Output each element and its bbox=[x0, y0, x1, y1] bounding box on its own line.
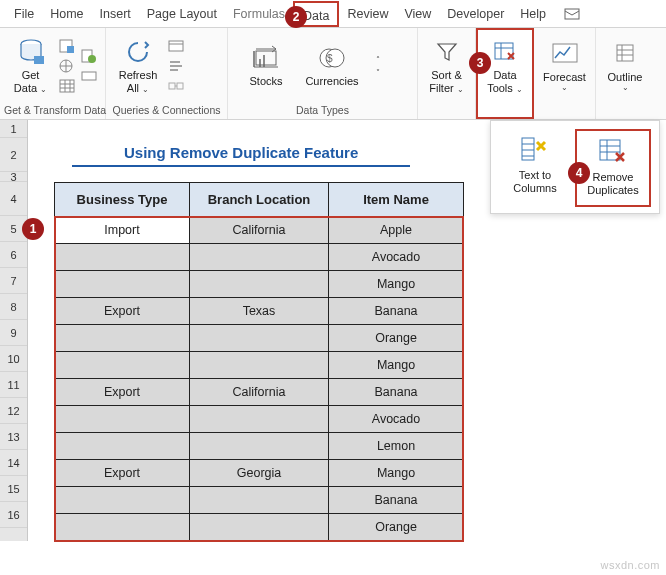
table-cell[interactable]: Banana bbox=[329, 379, 464, 406]
table-cell[interactable] bbox=[55, 514, 190, 541]
table-cell[interactable] bbox=[189, 514, 328, 541]
svg-rect-2 bbox=[34, 56, 44, 64]
tab-developer[interactable]: Developer bbox=[439, 1, 512, 27]
row-hdr-16[interactable]: 16 bbox=[0, 502, 27, 528]
from-text-icon[interactable] bbox=[57, 37, 77, 55]
tab-file[interactable]: File bbox=[6, 1, 42, 27]
table-cell[interactable] bbox=[55, 406, 190, 433]
queries-icon[interactable] bbox=[166, 37, 186, 55]
datatypes-expand[interactable]: ˄˅ bbox=[370, 55, 386, 77]
forecast-icon bbox=[552, 39, 578, 69]
table-cell[interactable]: Export bbox=[55, 298, 190, 325]
row-hdr-10[interactable]: 10 bbox=[0, 346, 27, 372]
forecast-chev: ⌄ bbox=[561, 83, 568, 92]
group-label-dt bbox=[478, 102, 532, 118]
table-cell[interactable] bbox=[189, 406, 328, 433]
edit-links-icon[interactable] bbox=[166, 77, 186, 95]
forecast-button[interactable]: Forecast ⌄ bbox=[540, 32, 589, 100]
existing-connections-icon[interactable] bbox=[79, 67, 99, 85]
tab-formulas[interactable]: Formulas bbox=[225, 1, 293, 27]
row-hdr-12[interactable]: 12 bbox=[0, 398, 27, 424]
table-cell[interactable]: Export bbox=[55, 379, 190, 406]
table-cell[interactable]: California bbox=[189, 217, 328, 244]
table-cell[interactable] bbox=[55, 433, 190, 460]
table-cell[interactable] bbox=[189, 433, 328, 460]
row-hdr-8[interactable]: 8 bbox=[0, 294, 27, 320]
tab-strip: File Home Insert Page Layout Formulas Da… bbox=[0, 0, 666, 28]
group-label-sf bbox=[418, 103, 475, 119]
share-icon[interactable] bbox=[558, 6, 586, 22]
table-cell[interactable] bbox=[189, 244, 328, 271]
stocks-button[interactable]: Stocks bbox=[236, 36, 296, 96]
row-hdr-6[interactable]: 6 bbox=[0, 242, 27, 268]
row-hdr-3[interactable]: 3 bbox=[0, 172, 27, 182]
col-header-business[interactable]: Business Type bbox=[55, 183, 190, 217]
col-header-item[interactable]: Item Name bbox=[329, 183, 464, 217]
table-cell[interactable]: Export bbox=[55, 460, 190, 487]
table-cell[interactable]: Banana bbox=[329, 298, 464, 325]
tab-home[interactable]: Home bbox=[42, 1, 91, 27]
row-hdr-15[interactable]: 15 bbox=[0, 476, 27, 502]
table-cell[interactable]: Lemon bbox=[329, 433, 464, 460]
table-cell[interactable]: Mango bbox=[329, 460, 464, 487]
tab-view[interactable]: View bbox=[396, 1, 439, 27]
watermark: wsxdn.com bbox=[600, 559, 660, 571]
properties-icon[interactable] bbox=[166, 57, 186, 75]
table-cell[interactable]: Mango bbox=[329, 352, 464, 379]
table-cell[interactable] bbox=[189, 487, 328, 514]
table-row: Avocado bbox=[55, 406, 464, 433]
table-cell[interactable]: Orange bbox=[329, 514, 464, 541]
table-cell[interactable]: Import bbox=[55, 217, 190, 244]
table-cell[interactable] bbox=[189, 352, 328, 379]
row-hdr-9[interactable]: 9 bbox=[0, 320, 27, 346]
group-data-tools: Data Tools ⌄ bbox=[476, 28, 534, 119]
table-row: ImportCaliforniaApple bbox=[55, 217, 464, 244]
tab-page-layout[interactable]: Page Layout bbox=[139, 1, 225, 27]
svg-rect-21 bbox=[600, 140, 620, 160]
row-hdr-11[interactable]: 11 bbox=[0, 372, 27, 398]
table-cell[interactable]: Avocado bbox=[329, 244, 464, 271]
table-cell[interactable] bbox=[189, 271, 328, 298]
tab-review[interactable]: Review bbox=[339, 1, 396, 27]
table-cell[interactable] bbox=[55, 244, 190, 271]
from-web-icon[interactable] bbox=[57, 57, 77, 75]
outline-button[interactable]: Outline ⌄ bbox=[602, 32, 648, 100]
table-cell[interactable]: Banana bbox=[329, 487, 464, 514]
tab-insert[interactable]: Insert bbox=[92, 1, 139, 27]
table-cell[interactable]: Apple bbox=[329, 217, 464, 244]
table-cell[interactable]: Mango bbox=[329, 271, 464, 298]
currencies-button[interactable]: $ Currencies bbox=[302, 36, 362, 96]
row-hdr-4[interactable]: 4 bbox=[0, 182, 27, 216]
table-cell[interactable] bbox=[55, 487, 190, 514]
table-cell[interactable] bbox=[55, 325, 190, 352]
row-hdr-2[interactable]: 2 bbox=[0, 138, 27, 172]
tab-help[interactable]: Help bbox=[512, 1, 554, 27]
row-headers: 1 2 3 4 5 6 7 8 9 10 11 12 13 14 15 16 bbox=[0, 120, 28, 541]
row-hdr-14[interactable]: 14 bbox=[0, 450, 27, 476]
table-cell[interactable]: Texas bbox=[189, 298, 328, 325]
from-table-icon[interactable] bbox=[57, 77, 77, 95]
sf-label2: Filter ⌄ bbox=[429, 82, 464, 95]
refresh-all-button[interactable]: Refresh All ⌄ bbox=[112, 32, 164, 100]
svg-text:$: $ bbox=[327, 53, 333, 64]
table-cell[interactable]: California bbox=[189, 379, 328, 406]
row-hdr-7[interactable]: 7 bbox=[0, 268, 27, 294]
table-cell[interactable]: Georgia bbox=[189, 460, 328, 487]
get-data-button[interactable]: Get Data ⌄ bbox=[6, 32, 55, 100]
table-cell[interactable] bbox=[55, 271, 190, 298]
database-icon bbox=[18, 37, 44, 67]
text-to-columns-button[interactable]: Text to Columns bbox=[497, 129, 573, 207]
get-data-label2: Data ⌄ bbox=[14, 82, 47, 95]
recent-sources-icon[interactable] bbox=[79, 47, 99, 65]
table-cell[interactable]: Orange bbox=[329, 325, 464, 352]
group-data-types: Stocks $ Currencies ˄˅ Data Types bbox=[228, 28, 418, 119]
table-cell[interactable]: Avocado bbox=[329, 406, 464, 433]
sort-filter-button[interactable]: Sort & Filter ⌄ bbox=[424, 32, 469, 100]
col-header-branch[interactable]: Branch Location bbox=[189, 183, 328, 217]
row-hdr-1[interactable]: 1 bbox=[0, 120, 27, 138]
row-hdr-13[interactable]: 13 bbox=[0, 424, 27, 450]
table-cell[interactable] bbox=[55, 352, 190, 379]
table-cell[interactable] bbox=[189, 325, 328, 352]
svg-rect-13 bbox=[256, 51, 276, 65]
get-data-small-buttons-2 bbox=[77, 47, 99, 85]
